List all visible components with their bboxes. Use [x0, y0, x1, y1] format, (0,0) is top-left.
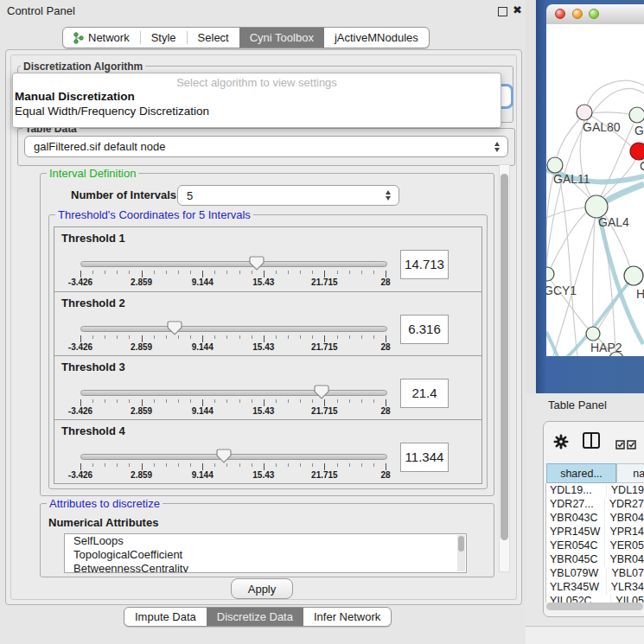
apply-button[interactable]: Apply: [231, 578, 293, 599]
tick-mark: [190, 399, 191, 403]
table-row[interactable]: YIL052CYIL05: [546, 595, 644, 603]
list-item[interactable]: TopologicalCoefficient: [65, 548, 466, 562]
threshold-value-field[interactable]: 6.316: [400, 315, 449, 344]
tick-mark: [142, 271, 143, 277]
split-columns-icon[interactable]: [583, 432, 600, 449]
cyni-mode-tabs: Impute Data Discretize Data Infer Networ…: [124, 607, 392, 627]
cell-name[interactable]: YDR27: [605, 498, 644, 512]
gear-icon[interactable]: [553, 434, 569, 453]
slider-thumb[interactable]: [167, 321, 182, 335]
network-node[interactable]: [577, 105, 592, 120]
threshold-value-field[interactable]: 14.713: [400, 250, 449, 279]
table-row[interactable]: YDL19...YDL19: [546, 484, 644, 498]
cell-shared-name[interactable]: YBL079W: [546, 567, 607, 581]
cell-name[interactable]: YBR04: [605, 553, 644, 567]
network-edge: [557, 118, 580, 157]
table-row[interactable]: YBR043CYBR04: [546, 512, 644, 526]
cell-name[interactable]: YER05: [605, 539, 644, 553]
network-node[interactable]: [546, 267, 554, 281]
network-window-titlebar[interactable]: [546, 4, 644, 25]
threshold-value-field[interactable]: 21.4: [400, 379, 449, 408]
numerical-attributes-list[interactable]: SelfLoopsTopologicalCoefficientBetweenne…: [64, 533, 467, 573]
slider-track[interactable]: [80, 326, 387, 332]
network-canvas[interactable]: GAL80GCGAL11GAL4GCY1HHAP2: [546, 24, 644, 356]
number-of-intervals-combobox[interactable]: 5: [177, 185, 399, 206]
dropdown-option-manual[interactable]: Manual Discretization: [15, 90, 135, 104]
scrollbar-thumb[interactable]: [458, 536, 464, 552]
table-row[interactable]: YER054CYER05: [546, 539, 644, 553]
close-traffic-light[interactable]: [555, 9, 565, 19]
tab-discretize-data[interactable]: Discretize Data: [207, 608, 303, 626]
cell-shared-name[interactable]: YBR045C: [546, 553, 605, 567]
table-row[interactable]: YLR345WYLR34: [546, 581, 644, 595]
zoom-traffic-light[interactable]: [589, 9, 599, 19]
slider-thumb[interactable]: [216, 449, 232, 463]
scrollbar-thumb[interactable]: [501, 174, 508, 540]
dropdown-option-equal-width[interactable]: Equal Width/Frequency Discretization: [15, 105, 209, 118]
tick-mark: [373, 271, 374, 274]
cell-shared-name[interactable]: YBR043C: [546, 512, 605, 526]
checkbox-checked-icon[interactable]: [627, 437, 636, 453]
cell-shared-name[interactable]: YER054C: [546, 539, 605, 553]
table-row[interactable]: YBL079WYBL07: [546, 567, 644, 581]
cell-name[interactable]: YLR34: [607, 581, 644, 595]
tab-network[interactable]: Network: [63, 28, 140, 48]
network-node-label: GAL11: [553, 172, 590, 186]
tab-cyni-toolbox[interactable]: Cyni Toolbox: [239, 28, 324, 48]
numerical-attributes-label: Numerical Attributes: [48, 516, 158, 529]
network-node[interactable]: [630, 143, 644, 160]
close-icon[interactable]: ✖: [513, 3, 522, 16]
slider-thumb[interactable]: [314, 385, 329, 399]
tick-label: 21.715: [311, 470, 338, 480]
minimize-traffic-light[interactable]: [572, 9, 583, 19]
tab-network-label: Network: [88, 31, 130, 44]
tick-label: -3.426: [68, 342, 92, 352]
list-scrollbar[interactable]: [457, 535, 465, 571]
network-node[interactable]: [629, 107, 644, 123]
table-row[interactable]: YBR045CYBR04: [546, 553, 644, 567]
tab-select[interactable]: Select: [188, 28, 239, 48]
threshold-value-field[interactable]: 11.344: [400, 443, 449, 472]
tick-mark: [312, 271, 313, 274]
tick-mark: [373, 335, 374, 339]
cell-name[interactable]: YBR04: [605, 512, 644, 526]
tab-jactivemnodules[interactable]: jActiveMNodules: [324, 28, 429, 48]
checkbox-checked-icon[interactable]: [615, 437, 625, 453]
network-node[interactable]: [586, 327, 600, 341]
table-data-combobox[interactable]: galFiltered.sif default node: [24, 136, 508, 157]
table-horizontal-scrollbar[interactable]: [546, 603, 643, 610]
slider-track[interactable]: [80, 390, 387, 396]
list-item[interactable]: BetweennessCentrality: [65, 562, 466, 573]
tab-impute-data[interactable]: Impute Data: [124, 608, 207, 626]
tick-mark: [178, 399, 179, 403]
cell-name[interactable]: YIL05: [611, 595, 644, 603]
panel-vertical-scrollbar[interactable]: [499, 164, 510, 572]
list-item[interactable]: SelfLoops: [65, 534, 466, 548]
tick-mark: [361, 335, 362, 339]
column-header-name[interactable]: name: [616, 463, 644, 483]
tab-infer-network[interactable]: Infer Network: [303, 608, 391, 626]
cell-shared-name[interactable]: YDL19...: [546, 484, 607, 498]
float-window-icon[interactable]: [498, 7, 507, 16]
cell-name[interactable]: YPR14: [605, 526, 644, 539]
network-node[interactable]: [547, 157, 563, 173]
cell-shared-name[interactable]: YIL052C: [546, 595, 611, 603]
table-row[interactable]: YDR27...YDR27: [546, 498, 644, 512]
tick-mark: [337, 271, 338, 274]
cell-name[interactable]: YBL07: [607, 567, 644, 581]
cell-name[interactable]: YDL19: [607, 484, 644, 498]
slider-track[interactable]: [80, 454, 387, 460]
network-node[interactable]: [624, 266, 643, 285]
cell-shared-name[interactable]: YPR145W: [546, 526, 605, 539]
tick-mark: [202, 399, 203, 406]
slider-thumb[interactable]: [249, 256, 265, 271]
cell-shared-name[interactable]: YDR27...: [546, 498, 605, 512]
cell-shared-name[interactable]: YLR345W: [546, 581, 607, 595]
column-header-shared-name[interactable]: shared...: [546, 463, 616, 483]
tick-mark: [190, 335, 191, 339]
tab-style[interactable]: Style: [141, 28, 187, 48]
table-row[interactable]: YPR145WYPR14: [546, 526, 644, 539]
interval-definition-title: Interval Definition: [47, 167, 138, 180]
tick-mark: [349, 271, 350, 274]
slider-track[interactable]: [80, 261, 387, 267]
